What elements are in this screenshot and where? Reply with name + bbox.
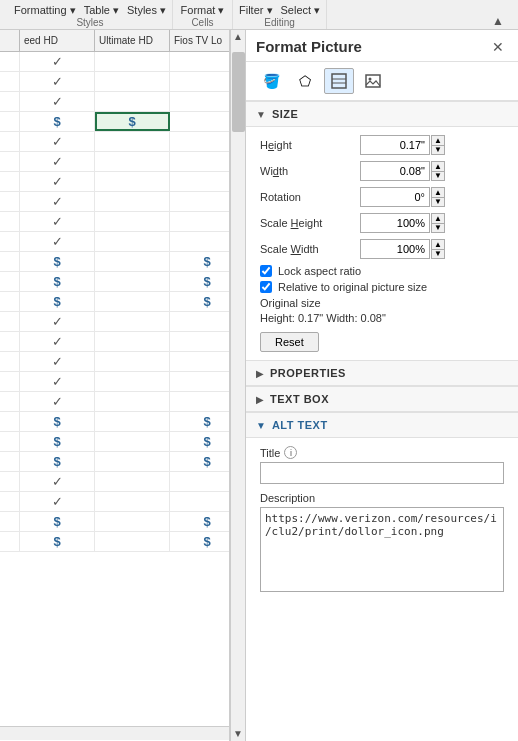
width-spin-up[interactable]: ▲ — [431, 161, 445, 171]
cell-e[interactable]: ✓ — [20, 312, 95, 331]
cell-g[interactable]: $ — [170, 252, 229, 271]
cell-e[interactable]: ✓ — [20, 212, 95, 231]
lock-aspect-label[interactable]: Lock aspect ratio — [278, 265, 361, 277]
cell-g[interactable] — [170, 132, 229, 151]
table-row[interactable]: ✓ — [0, 172, 229, 192]
properties-section-header[interactable]: PROPERTIES — [246, 360, 518, 386]
table-row[interactable]: $$ — [0, 512, 229, 532]
cell-g[interactable] — [170, 472, 229, 491]
cell-e[interactable]: ✓ — [20, 492, 95, 511]
scale-height-input[interactable] — [360, 213, 430, 233]
cell-e[interactable]: $ — [20, 512, 95, 531]
alt-text-section-header[interactable]: ALT TEXT — [246, 412, 518, 438]
cell-g[interactable] — [170, 312, 229, 331]
width-spin-down[interactable]: ▼ — [431, 171, 445, 181]
cell-f[interactable] — [95, 372, 170, 391]
cell-f[interactable] — [95, 52, 170, 71]
cell-f[interactable] — [95, 272, 170, 291]
scale-width-spin-up[interactable]: ▲ — [431, 239, 445, 249]
height-input[interactable] — [360, 135, 430, 155]
scale-width-spin-down[interactable]: ▼ — [431, 249, 445, 259]
table-row[interactable]: ✓ — [0, 232, 229, 252]
cell-f[interactable] — [95, 512, 170, 531]
table-row[interactable]: ✓ — [0, 352, 229, 372]
filter-menu[interactable]: Filter ▾ — [239, 4, 273, 17]
height-spin-down[interactable]: ▼ — [431, 145, 445, 155]
cell-f[interactable] — [95, 452, 170, 471]
vscrollbar-thumb[interactable] — [232, 52, 245, 132]
spreadsheet-body[interactable]: ✓✓✓$$✓✓✓✓✓✓$$$$$$✓✓✓✓✓$$$$$$✓✓$$$$ — [0, 52, 229, 726]
table-row[interactable]: ✓ — [0, 492, 229, 512]
col-header-g[interactable]: Fios TV Lo — [170, 30, 230, 51]
cell-e[interactable]: $ — [20, 412, 95, 431]
cell-e[interactable]: $ — [20, 292, 95, 311]
spreadsheet-hscrollbar[interactable] — [0, 726, 229, 740]
cell-e[interactable]: $ — [20, 112, 95, 131]
cell-g[interactable] — [170, 352, 229, 371]
col-header-e[interactable]: eed HD — [20, 30, 95, 51]
cell-f[interactable] — [95, 492, 170, 511]
table-row[interactable]: $$ — [0, 432, 229, 452]
cell-e[interactable]: ✓ — [20, 52, 95, 71]
scale-height-spinner[interactable]: ▲ ▼ — [431, 213, 445, 233]
cell-f[interactable] — [95, 412, 170, 431]
format-menu[interactable]: Format ▾ — [181, 4, 225, 17]
cell-g[interactable] — [170, 172, 229, 191]
size-section-header[interactable]: SIZE — [246, 101, 518, 127]
pentagon-icon-btn[interactable]: ⬠ — [290, 68, 320, 94]
cell-g[interactable]: $ — [170, 512, 229, 531]
table-row[interactable]: ✓ — [0, 152, 229, 172]
cell-e[interactable]: ✓ — [20, 232, 95, 251]
table-row[interactable]: ✓ — [0, 212, 229, 232]
cell-f[interactable] — [95, 252, 170, 271]
table-row[interactable]: ✓ — [0, 392, 229, 412]
cell-e[interactable]: ✓ — [20, 332, 95, 351]
cell-g[interactable] — [170, 152, 229, 171]
cell-g[interactable]: $ — [170, 272, 229, 291]
cell-f[interactable] — [95, 312, 170, 331]
table-row[interactable]: $$ — [0, 412, 229, 432]
rotation-spinner[interactable]: ▲ ▼ — [431, 187, 445, 207]
cell-f[interactable] — [95, 232, 170, 251]
cell-g[interactable] — [170, 112, 229, 131]
cell-g[interactable] — [170, 372, 229, 391]
reset-button[interactable]: Reset — [260, 332, 319, 352]
col-header-f[interactable]: Ultimate HD — [95, 30, 170, 51]
rotation-input[interactable] — [360, 187, 430, 207]
select-menu[interactable]: Select ▾ — [281, 4, 321, 17]
cell-g[interactable]: $ — [170, 452, 229, 471]
cell-f[interactable] — [95, 532, 170, 551]
cell-f[interactable] — [95, 132, 170, 151]
height-spinner[interactable]: ▲ ▼ — [431, 135, 445, 155]
cell-g[interactable] — [170, 92, 229, 111]
rotation-spin-up[interactable]: ▲ — [431, 187, 445, 197]
width-spinner[interactable]: ▲ ▼ — [431, 161, 445, 181]
width-input[interactable] — [360, 161, 430, 181]
cell-g[interactable] — [170, 392, 229, 411]
formatting-menu[interactable]: Formatting ▾ — [14, 4, 76, 17]
table-menu[interactable]: Table ▾ — [84, 4, 119, 17]
cell-e[interactable]: $ — [20, 532, 95, 551]
scale-height-spin-up[interactable]: ▲ — [431, 213, 445, 223]
panel-close-button[interactable]: ✕ — [488, 39, 508, 55]
table-row[interactable]: ✓ — [0, 332, 229, 352]
paint-bucket-icon-btn[interactable]: 🪣 — [256, 68, 286, 94]
title-info-icon[interactable]: i — [284, 446, 297, 459]
styles-menu[interactable]: Styles ▾ — [127, 4, 166, 17]
cell-g[interactable] — [170, 232, 229, 251]
cell-g[interactable] — [170, 72, 229, 91]
cell-g[interactable]: $ — [170, 412, 229, 431]
lock-aspect-checkbox[interactable] — [260, 265, 272, 277]
cell-f[interactable] — [95, 192, 170, 211]
image-icon-btn[interactable] — [358, 68, 388, 94]
table-row[interactable]: ✓ — [0, 372, 229, 392]
cell-e[interactable]: ✓ — [20, 192, 95, 211]
cell-g[interactable] — [170, 212, 229, 231]
rotation-spin-down[interactable]: ▼ — [431, 197, 445, 207]
cell-g[interactable] — [170, 492, 229, 511]
cell-e[interactable]: $ — [20, 252, 95, 271]
table-row[interactable]: $$ — [0, 452, 229, 472]
cell-f[interactable] — [95, 392, 170, 411]
table-row[interactable]: $$ — [0, 532, 229, 552]
scale-width-spinner[interactable]: ▲ ▼ — [431, 239, 445, 259]
